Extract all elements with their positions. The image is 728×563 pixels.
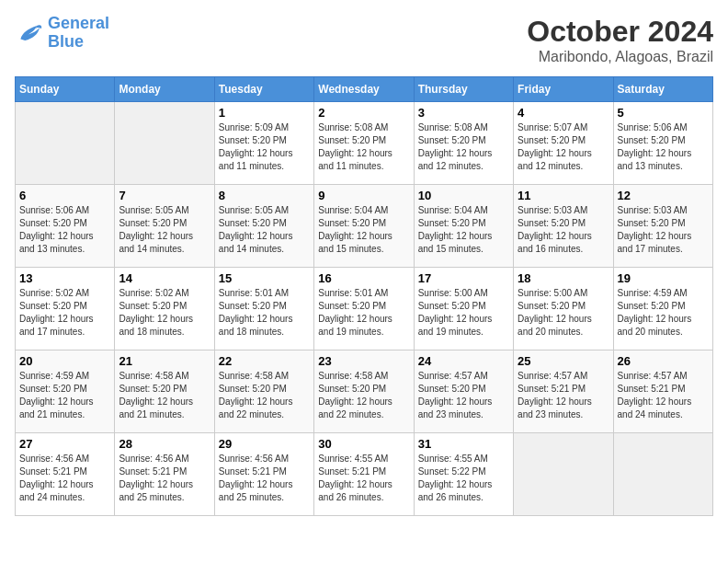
day-info: Sunrise: 5:06 AMSunset: 5:20 PMDaylight:…: [19, 204, 110, 256]
sunrise-text: Sunrise: 5:05 AM: [219, 204, 310, 217]
day-number: 10: [418, 189, 509, 202]
sunset-text: Sunset: 5:21 PM: [618, 383, 709, 396]
sunset-text: Sunset: 5:20 PM: [618, 217, 709, 230]
sunrise-text: Sunrise: 4:56 AM: [219, 453, 310, 465]
sunrise-text: Sunrise: 5:01 AM: [219, 287, 310, 300]
daylight-text: Daylight: 12 hours and 12 minutes.: [418, 147, 509, 173]
calendar-table: SundayMondayTuesdayWednesdayThursdayFrid…: [15, 76, 713, 516]
day-cell: 15Sunrise: 5:01 AMSunset: 5:20 PMDayligh…: [214, 268, 313, 350]
day-cell: [514, 433, 613, 516]
sunset-text: Sunset: 5:20 PM: [518, 134, 609, 147]
day-info: Sunrise: 4:55 AMSunset: 5:21 PMDaylight:…: [318, 453, 409, 504]
sunset-text: Sunset: 5:20 PM: [119, 217, 210, 230]
day-number: 17: [418, 271, 509, 285]
daylight-text: Daylight: 12 hours and 20 minutes.: [618, 313, 709, 339]
day-number: 20: [19, 354, 110, 368]
sunset-text: Sunset: 5:20 PM: [119, 383, 210, 396]
header-saturday: Saturday: [613, 77, 712, 102]
day-info: Sunrise: 5:04 AMSunset: 5:20 PMDaylight:…: [418, 204, 509, 256]
day-cell: 17Sunrise: 5:00 AMSunset: 5:20 PMDayligh…: [414, 268, 513, 350]
daylight-text: Daylight: 12 hours and 24 minutes.: [19, 478, 110, 504]
day-cell: 29Sunrise: 4:56 AMSunset: 5:21 PMDayligh…: [214, 433, 313, 516]
day-info: Sunrise: 4:57 AMSunset: 5:20 PMDaylight:…: [418, 370, 509, 421]
daylight-text: Daylight: 12 hours and 11 minutes.: [219, 147, 310, 173]
daylight-text: Daylight: 12 hours and 15 minutes.: [318, 230, 409, 256]
daylight-text: Daylight: 12 hours and 22 minutes.: [318, 396, 409, 421]
week-row-4: 20Sunrise: 4:59 AMSunset: 5:20 PMDayligh…: [16, 350, 713, 433]
week-row-5: 27Sunrise: 4:56 AMSunset: 5:21 PMDayligh…: [16, 433, 713, 516]
day-number: 12: [618, 189, 709, 202]
daylight-text: Daylight: 12 hours and 22 minutes.: [219, 396, 310, 421]
day-cell: 24Sunrise: 4:57 AMSunset: 5:20 PMDayligh…: [414, 350, 513, 433]
sunrise-text: Sunrise: 4:56 AM: [19, 453, 110, 465]
daylight-text: Daylight: 12 hours and 26 minutes.: [318, 478, 409, 504]
sunrise-text: Sunrise: 5:08 AM: [318, 121, 409, 134]
day-info: Sunrise: 5:01 AMSunset: 5:20 PMDaylight:…: [318, 287, 409, 339]
sunrise-text: Sunrise: 4:57 AM: [418, 370, 509, 383]
page-header: General Blue October 2024 Maribondo, Ala…: [15, 15, 713, 65]
sunrise-text: Sunrise: 5:05 AM: [119, 204, 210, 217]
daylight-text: Daylight: 12 hours and 19 minutes.: [418, 313, 509, 339]
day-number: 28: [119, 437, 210, 451]
sunrise-text: Sunrise: 5:01 AM: [318, 287, 409, 300]
week-row-2: 6Sunrise: 5:06 AMSunset: 5:20 PMDaylight…: [16, 185, 713, 268]
day-cell: 27Sunrise: 4:56 AMSunset: 5:21 PMDayligh…: [16, 433, 115, 516]
day-number: 2: [318, 106, 409, 120]
day-number: 22: [219, 354, 310, 368]
day-info: Sunrise: 5:02 AMSunset: 5:20 PMDaylight:…: [119, 287, 210, 339]
day-cell: 26Sunrise: 4:57 AMSunset: 5:21 PMDayligh…: [613, 350, 712, 433]
daylight-text: Daylight: 12 hours and 12 minutes.: [518, 147, 609, 173]
sunset-text: Sunset: 5:20 PM: [119, 300, 210, 313]
sunset-text: Sunset: 5:20 PM: [19, 217, 110, 230]
day-number: 24: [418, 354, 509, 368]
sunset-text: Sunset: 5:21 PM: [119, 465, 210, 478]
day-info: Sunrise: 5:04 AMSunset: 5:20 PMDaylight:…: [318, 204, 409, 256]
day-info: Sunrise: 5:08 AMSunset: 5:20 PMDaylight:…: [418, 121, 509, 173]
header-monday: Monday: [115, 77, 214, 102]
day-info: Sunrise: 4:58 AMSunset: 5:20 PMDaylight:…: [119, 370, 210, 421]
daylight-text: Daylight: 12 hours and 20 minutes.: [518, 313, 609, 339]
day-number: 21: [119, 354, 210, 368]
day-cell: 13Sunrise: 5:02 AMSunset: 5:20 PMDayligh…: [16, 268, 115, 350]
daylight-text: Daylight: 12 hours and 25 minutes.: [219, 478, 310, 504]
sunrise-text: Sunrise: 5:00 AM: [518, 287, 609, 300]
sunset-text: Sunset: 5:20 PM: [318, 300, 409, 313]
day-cell: 18Sunrise: 5:00 AMSunset: 5:20 PMDayligh…: [514, 268, 613, 350]
sunrise-text: Sunrise: 4:58 AM: [119, 370, 210, 383]
title-block: October 2024 Maribondo, Alagoas, Brazil: [527, 15, 713, 65]
day-cell: 9Sunrise: 5:04 AMSunset: 5:20 PMDaylight…: [314, 185, 414, 268]
day-number: 4: [518, 106, 609, 120]
daylight-text: Daylight: 12 hours and 21 minutes.: [19, 396, 110, 421]
daylight-text: Daylight: 12 hours and 23 minutes.: [518, 396, 609, 421]
sunset-text: Sunset: 5:20 PM: [618, 300, 709, 313]
day-info: Sunrise: 5:05 AMSunset: 5:20 PMDaylight:…: [219, 204, 310, 256]
day-number: 19: [618, 271, 709, 285]
day-cell: 16Sunrise: 5:01 AMSunset: 5:20 PMDayligh…: [314, 268, 414, 350]
sunrise-text: Sunrise: 4:59 AM: [19, 370, 110, 383]
day-cell: 25Sunrise: 4:57 AMSunset: 5:21 PMDayligh…: [514, 350, 613, 433]
sunrise-text: Sunrise: 5:04 AM: [318, 204, 409, 217]
day-number: 26: [618, 354, 709, 368]
logo: General Blue: [15, 15, 109, 52]
calendar-title: October 2024: [527, 15, 713, 49]
day-cell: 1Sunrise: 5:09 AMSunset: 5:20 PMDaylight…: [214, 102, 313, 185]
daylight-text: Daylight: 12 hours and 15 minutes.: [418, 230, 509, 256]
daylight-text: Daylight: 12 hours and 16 minutes.: [518, 230, 609, 256]
day-info: Sunrise: 5:00 AMSunset: 5:20 PMDaylight:…: [418, 287, 509, 339]
sunrise-text: Sunrise: 4:58 AM: [219, 370, 310, 383]
day-info: Sunrise: 5:03 AMSunset: 5:20 PMDaylight:…: [618, 204, 709, 256]
day-info: Sunrise: 4:58 AMSunset: 5:20 PMDaylight:…: [318, 370, 409, 421]
day-number: 16: [318, 271, 409, 285]
day-info: Sunrise: 4:56 AMSunset: 5:21 PMDaylight:…: [119, 453, 210, 504]
day-number: 11: [518, 189, 609, 202]
sunrise-text: Sunrise: 5:06 AM: [618, 121, 709, 134]
day-number: 14: [119, 271, 210, 285]
sunrise-text: Sunrise: 5:02 AM: [119, 287, 210, 300]
day-number: 29: [219, 437, 310, 451]
day-info: Sunrise: 5:01 AMSunset: 5:20 PMDaylight:…: [219, 287, 310, 339]
sunset-text: Sunset: 5:20 PM: [418, 217, 509, 230]
sunrise-text: Sunrise: 5:02 AM: [19, 287, 110, 300]
header-wednesday: Wednesday: [314, 77, 414, 102]
daylight-text: Daylight: 12 hours and 17 minutes.: [19, 313, 110, 339]
daylight-text: Daylight: 12 hours and 18 minutes.: [119, 313, 210, 339]
